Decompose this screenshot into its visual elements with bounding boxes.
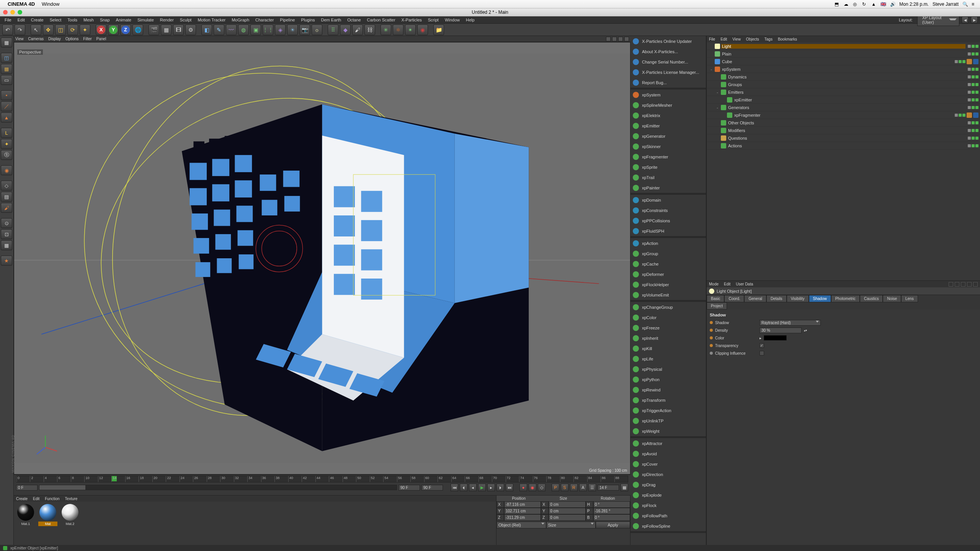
xp-item-xpskinner[interactable]: xpSkinner bbox=[630, 141, 706, 152]
xp-item-xptransform[interactable]: xpTransform bbox=[630, 395, 706, 405]
xp-item-xpcover[interactable]: xpCover bbox=[630, 459, 706, 469]
layer-dot[interactable] bbox=[968, 137, 971, 140]
adobe-icon[interactable]: ▲ bbox=[871, 2, 877, 7]
xp-item-xpfollowpath[interactable]: xpFollowPath bbox=[630, 510, 706, 521]
xp-item-xptriggeraction[interactable]: xpTriggerAction bbox=[630, 405, 706, 416]
attr-tab-caustics[interactable]: Caustics bbox=[860, 295, 883, 302]
menu-pipeline[interactable]: Pipeline bbox=[278, 17, 297, 23]
scale-tool[interactable]: ◫ bbox=[55, 24, 66, 35]
menu-mesh[interactable]: Mesh bbox=[81, 17, 96, 23]
menu-animate[interactable]: Animate bbox=[114, 17, 134, 23]
size-field[interactable]: 0 cm bbox=[549, 501, 585, 508]
visibility-dot[interactable] bbox=[972, 106, 975, 109]
param-anim-dot[interactable] bbox=[710, 329, 713, 332]
xp-item-xpphysical[interactable]: xpPhysical bbox=[630, 364, 706, 374]
object-tag-icon[interactable] bbox=[967, 112, 972, 118]
object-row[interactable]: Plain bbox=[707, 50, 980, 58]
visibility-dot[interactable] bbox=[972, 144, 975, 147]
xp-item-xpdeformer[interactable]: xpDeformer bbox=[630, 269, 706, 279]
menu-sculpt[interactable]: Sculpt bbox=[178, 17, 194, 23]
hair-button[interactable]: 🖌 bbox=[352, 24, 363, 35]
object-name-label[interactable]: Other Objects bbox=[727, 121, 965, 125]
timeline-range-slider[interactable] bbox=[39, 485, 397, 490]
menu-character[interactable]: Character bbox=[253, 17, 276, 23]
zoom-window-button[interactable] bbox=[18, 10, 22, 15]
generator-button[interactable]: ◍ bbox=[238, 24, 249, 35]
locked-workplane-button[interactable]: ◇ bbox=[1, 181, 12, 191]
xp-item-xpcolor[interactable]: xpColor bbox=[630, 312, 706, 323]
menu-octane[interactable]: Octane bbox=[345, 17, 363, 23]
xp-item-xpdomain[interactable]: xpDomain bbox=[630, 195, 706, 205]
size-field[interactable]: 0 cm bbox=[549, 514, 585, 521]
mat-menu-create[interactable]: Create bbox=[16, 497, 28, 501]
z-axis-lock[interactable]: Z bbox=[120, 24, 131, 35]
xp-item-xpemitter[interactable]: xpEmitter bbox=[630, 121, 706, 131]
dropbox-icon[interactable]: ⬒ bbox=[835, 2, 840, 7]
environment-button[interactable]: ☀ bbox=[287, 24, 298, 35]
xp-item-x-particles-online-updater[interactable]: X-Particles Online Updater bbox=[630, 36, 706, 46]
y-axis-lock[interactable]: Y bbox=[108, 24, 119, 35]
viewport-solo-button[interactable]: ⊙ bbox=[1, 218, 12, 228]
layer-dot[interactable] bbox=[968, 52, 971, 55]
object-name-label[interactable]: Actions bbox=[727, 143, 965, 148]
tree-expand-icon[interactable]: - bbox=[715, 90, 720, 95]
xp-item-change-serial-number-[interactable]: Change Serial Number... bbox=[630, 57, 706, 67]
xp-toolbar-button[interactable]: ★ bbox=[1, 256, 12, 266]
vp-menu-options[interactable]: Options bbox=[65, 37, 78, 41]
shadow-color-swatch[interactable] bbox=[764, 335, 787, 341]
play-button[interactable]: ▶ bbox=[478, 484, 486, 491]
viewport[interactable]: Perspective bbox=[14, 42, 630, 474]
sync-icon[interactable]: ☁ bbox=[844, 2, 849, 7]
material-swatch[interactable]: Mat bbox=[38, 504, 57, 543]
object-row[interactable]: -xpSystem bbox=[707, 65, 980, 73]
record-button[interactable]: ● bbox=[519, 484, 527, 491]
render-dot[interactable] bbox=[975, 45, 978, 48]
layer-dot[interactable] bbox=[968, 75, 971, 78]
mograph-effector-button[interactable]: ◆ bbox=[340, 24, 351, 35]
texture-mode-button[interactable]: ▩ bbox=[1, 64, 12, 74]
coord-mode-combo[interactable]: Object (Rel) bbox=[497, 522, 546, 528]
vp-nav-icon[interactable] bbox=[612, 37, 617, 41]
vp-nav-icon[interactable] bbox=[618, 37, 623, 41]
object-tag-icon[interactable] bbox=[973, 59, 978, 64]
menubar-clock[interactable]: Mon 2:28 p.m. bbox=[899, 2, 929, 7]
menu-file[interactable]: File bbox=[2, 17, 14, 23]
menu-dem-earth[interactable]: Dem Earth bbox=[319, 17, 344, 23]
object-tag-icon[interactable] bbox=[967, 59, 972, 64]
vp-menu-filter[interactable]: Filter bbox=[83, 37, 91, 41]
render-dot[interactable] bbox=[975, 68, 978, 71]
coord-apply-button[interactable]: Apply bbox=[596, 522, 630, 528]
object-name-label[interactable]: Generators bbox=[727, 105, 965, 110]
workplane-button[interactable]: ◉ bbox=[1, 165, 12, 175]
xp-item-xpcache[interactable]: xpCache bbox=[630, 259, 706, 269]
key-pla-button[interactable]: ☰ bbox=[588, 484, 596, 491]
mat-menu-function[interactable]: Function bbox=[45, 497, 59, 501]
position-field[interactable]: 102.711 cm bbox=[504, 508, 541, 514]
xp-item-xpfollowspline[interactable]: xpFollowSpline bbox=[630, 521, 706, 531]
xp-system-button[interactable]: ⚛ bbox=[393, 24, 403, 35]
menu-help[interactable]: Help bbox=[464, 17, 477, 23]
xp-item-xpflockhelper[interactable]: xpFlockHelper bbox=[630, 279, 706, 290]
object-name-label[interactable]: Plain bbox=[721, 52, 965, 56]
render-dot[interactable] bbox=[975, 83, 978, 86]
render-dot[interactable] bbox=[975, 98, 978, 101]
object-name-label[interactable]: Dynamics bbox=[727, 75, 965, 79]
om-menu-edit[interactable]: Edit bbox=[720, 37, 727, 41]
visibility-dot[interactable] bbox=[972, 121, 975, 124]
menu-snap[interactable]: Snap bbox=[98, 17, 112, 23]
object-name-label[interactable]: xpFragmenter bbox=[733, 113, 952, 117]
attr-tab-general[interactable]: General bbox=[744, 295, 766, 302]
param-anim-dot[interactable] bbox=[710, 321, 713, 324]
am-lock-icon[interactable] bbox=[967, 282, 972, 287]
visibility-dot[interactable] bbox=[972, 91, 975, 94]
timeline-options-button[interactable]: ▦ bbox=[621, 484, 628, 491]
layer-dot[interactable] bbox=[968, 68, 971, 71]
render-dot[interactable] bbox=[975, 144, 978, 147]
shadow-type-combo[interactable]: Raytraced (Hard) bbox=[760, 320, 821, 326]
size-field[interactable]: 0 cm bbox=[549, 508, 585, 514]
object-row[interactable]: -Generators bbox=[707, 104, 980, 111]
am-menu-edit[interactable]: Edit bbox=[724, 282, 730, 286]
mat-menu-texture[interactable]: Texture bbox=[65, 497, 78, 501]
visibility-dot[interactable] bbox=[972, 45, 975, 48]
render-dot[interactable] bbox=[975, 91, 978, 94]
